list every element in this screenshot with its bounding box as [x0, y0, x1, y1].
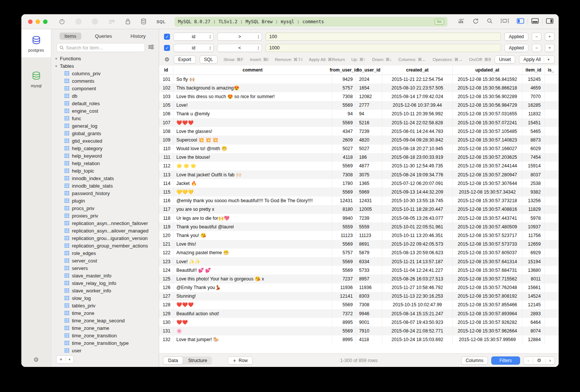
cell-comment[interactable]: 🌟 🌟 🌟	[173, 162, 332, 170]
cell-from-user-id[interactable]: 5569	[332, 101, 356, 110]
cell-comment[interactable]: Amazing pastel theme 😁	[173, 249, 332, 257]
cell-item-id[interactable]: 9382	[522, 188, 545, 196]
chevron-down-icon[interactable]: ▾	[66, 356, 74, 363]
cell-created-at[interactable]: 2015-08-26 16:03:27.513	[382, 274, 453, 283]
cell-is[interactable]	[545, 136, 559, 144]
cell-created-at[interactable]: 2015-08-01 14:24:44.783	[382, 127, 453, 136]
sidebar-table-item[interactable]: func	[54, 115, 159, 122]
table-row[interactable]: 131 🌸 5569 7910 2015-08-24 21:08:52.771 …	[159, 326, 559, 335]
table-row[interactable]: 123 Love! ✨✨ 5569 6334 2015-11-21 14:13:…	[159, 257, 559, 266]
sidebar-table-item[interactable]: time_zone	[54, 309, 159, 317]
cell-comment[interactable]: Thank you beautiful @laurel	[173, 222, 332, 231]
cell-item-id[interactable]: 13680	[522, 266, 545, 274]
cell-from-user-id[interactable]: 8180	[332, 205, 356, 214]
filter-value-input[interactable]: 1000	[265, 44, 501, 52]
sidebar-table-item[interactable]: columns_priv	[54, 70, 159, 77]
cell-item-id[interactable]: 15194	[522, 257, 545, 266]
column-header-item-id[interactable]: item_id	[522, 66, 545, 75]
tree-section-functions[interactable]: ▾ Functions	[54, 55, 159, 62]
cell-id[interactable]: 129	[159, 309, 173, 318]
cell-item-id[interactable]: 7070	[522, 92, 545, 101]
remove-filter-button[interactable]: −	[532, 44, 541, 52]
tab-items[interactable]: Items	[60, 33, 81, 40]
table-row[interactable]: 115 💛💛💛 5569 5969 2015-09-13 14:44:32.20…	[159, 188, 559, 196]
cell-created-at[interactable]: 2015-10-22 09:42:05.573	[382, 240, 453, 249]
cell-is[interactable]	[545, 257, 559, 266]
sidebar-table-item[interactable]: general_log	[54, 122, 159, 130]
cell-id[interactable]: 105	[159, 101, 173, 110]
cell-created-at[interactable]: 2015-11-30 12:54:49.735	[382, 162, 453, 170]
cell-is[interactable]	[545, 153, 559, 162]
tab-history[interactable]: History	[126, 33, 151, 40]
cell-item-id[interactable]: 2893	[522, 309, 545, 318]
table-settings-gear-icon[interactable]: ⚙	[533, 357, 545, 364]
table-row[interactable]: 117 you are so pretty x 8180 12005 2015-…	[159, 205, 559, 214]
cell-created-at[interactable]: 2015-08-05 13:26:43.077	[382, 214, 453, 222]
cell-is[interactable]	[545, 92, 559, 101]
cell-comment[interactable]: Supercool 💥 💥 💥	[173, 136, 332, 144]
table-row[interactable]: 119 Thank you beautiful @laurel 5559 555…	[159, 222, 559, 231]
cell-created-at[interactable]: 2015-10-11 20:39:56.992	[382, 110, 453, 118]
cell-created-at[interactable]: 2015-11-27 10:58:46.792	[382, 283, 453, 292]
cell-updated-at[interactable]: 2015-12-08 15:30:57.280947	[453, 170, 522, 179]
table-row[interactable]: 129 Beautiful action shot! 7372 9946 201…	[159, 309, 559, 318]
sidebar-table-item[interactable]: servers	[54, 264, 159, 272]
cell-comment[interactable]: 🌸	[173, 326, 332, 335]
cell-updated-at[interactable]: 2015-12-08 15:30:57.031655	[453, 110, 522, 118]
cell-to-user-id[interactable]: 9001	[356, 318, 382, 326]
cell-comment[interactable]: Love! ✨✨	[173, 257, 332, 266]
cell-from-user-id[interactable]: 7237	[332, 274, 356, 283]
cell-item-id[interactable]: 11756	[522, 231, 545, 240]
filter-enabled-checkbox[interactable]: ✓	[164, 34, 170, 40]
structure-tab[interactable]: Structure	[183, 356, 212, 365]
cell-is[interactable]	[545, 274, 559, 283]
cell-id[interactable]: 112	[159, 162, 173, 170]
cell-is[interactable]	[545, 101, 559, 110]
sidebar-table-item[interactable]: innodb_index_stats	[54, 174, 159, 182]
cell-to-user-id[interactable]: 12082	[356, 92, 382, 101]
cell-item-id[interactable]: 5978	[522, 214, 545, 222]
apply-all-button[interactable]: Apply All▼	[519, 55, 555, 64]
sidebar-table-item[interactable]: server_cost	[54, 257, 159, 264]
cell-item-id[interactable]: 15245	[522, 75, 545, 83]
cell-from-user-id[interactable]: 7308	[332, 170, 356, 179]
cell-comment[interactable]: ❤️❤️	[173, 318, 332, 326]
cell-to-user-id[interactable]: 7239	[356, 214, 382, 222]
cell-updated-at[interactable]: 2015-12-08 15:30:56.902289	[453, 92, 522, 101]
table-row[interactable]: 128 ❤️❤️❤️ 5569 7308 2015-10-15 10:02:47…	[159, 301, 559, 309]
cell-to-user-id[interactable]: 5733	[356, 266, 382, 274]
cell-created-at[interactable]: 2015-10-30 13:55:18.745	[382, 197, 453, 205]
cell-from-user-id[interactable]: 5569	[332, 118, 356, 127]
table-row[interactable]: 109 Supercool 💥 💥 💥 2609 4820 2015-09-04…	[159, 136, 559, 144]
sidebar-table-item[interactable]: help_relation	[54, 159, 159, 167]
cell-from-user-id[interactable]: 4118	[332, 153, 356, 162]
data-tab[interactable]: Data	[163, 356, 183, 365]
filters-button[interactable]: Filters	[491, 356, 520, 365]
cell-item-id[interactable]: 7454	[522, 153, 545, 162]
cell-item-id[interactable]: 8873	[522, 136, 545, 144]
cell-created-at[interactable]: 2015-11-13 22:30:16.253	[382, 292, 453, 301]
sidebar-table-item[interactable]: global_grants	[54, 130, 159, 137]
cell-item-id[interactable]: 10937	[522, 222, 545, 231]
filter-operator-select[interactable]: >▲▼	[217, 33, 262, 41]
cell-item-id[interactable]: 6929	[522, 249, 545, 257]
cell-created-at[interactable]: 2015-10-15 10:02:47.99	[382, 301, 453, 309]
table-row[interactable]: 116 @emily thank you soooo much beautifu…	[159, 197, 559, 205]
cell-created-at[interactable]: 2015-10-11 13:20:46.351	[382, 231, 453, 240]
cell-item-id[interactable]: 15451	[522, 118, 545, 127]
search-input[interactable]	[66, 45, 142, 51]
cell-is[interactable]	[545, 145, 559, 153]
sidebar-table-item[interactable]: db	[54, 92, 159, 100]
cell-is[interactable]	[545, 318, 559, 326]
cell-id[interactable]: 122	[159, 249, 173, 257]
cell-comment[interactable]: @Emily Thank you💃	[173, 283, 332, 292]
settings-gear-icon[interactable]: ⚙	[21, 356, 51, 363]
cell-updated-at[interactable]: 2015-12-08 15:30:57.962664	[453, 326, 522, 335]
cell-to-user-id[interactable]: 186	[356, 153, 382, 162]
cell-updated-at[interactable]: 2015-12-08 15:30:57.926282	[453, 318, 522, 326]
cell-item-id[interactable]: 13256	[522, 197, 545, 205]
cell-to-user-id[interactable]: 2024	[356, 75, 382, 83]
tree-section-tables[interactable]: ▾ Tables	[54, 62, 159, 70]
cell-updated-at[interactable]: 2015-12-08 15:30:57.140823	[453, 136, 522, 144]
cell-id[interactable]: 128	[159, 301, 173, 309]
